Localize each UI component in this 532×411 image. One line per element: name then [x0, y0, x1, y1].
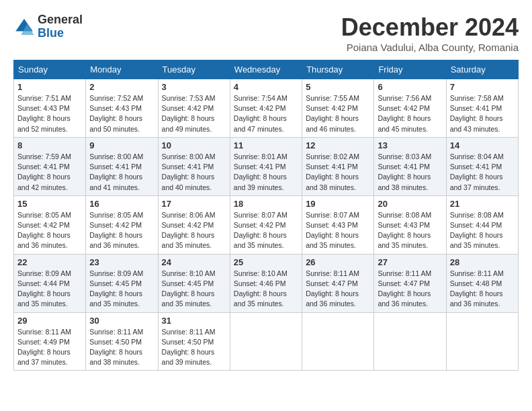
day-info: Sunrise: 8:10 AM Sunset: 4:46 PM Dayligh…: [234, 269, 298, 310]
day-cell: 13 Sunrise: 8:03 AM Sunset: 4:41 PM Dayl…: [374, 137, 446, 195]
day-number: 20: [378, 199, 442, 209]
day-info: Sunrise: 7:54 AM Sunset: 4:42 PM Dayligh…: [234, 93, 298, 134]
day-number: 10: [162, 140, 226, 150]
day-info: Sunrise: 8:03 AM Sunset: 4:41 PM Dayligh…: [378, 152, 442, 193]
day-info: Sunrise: 8:11 AM Sunset: 4:47 PM Dayligh…: [306, 269, 370, 310]
day-cell: 15 Sunrise: 8:05 AM Sunset: 4:42 PM Dayl…: [14, 195, 86, 254]
day-number: 12: [306, 140, 370, 150]
logo: General Blue: [13, 13, 83, 40]
header-monday: Monday: [86, 60, 158, 79]
day-cell: 9 Sunrise: 8:00 AM Sunset: 4:41 PM Dayli…: [86, 137, 158, 195]
header-thursday: Thursday: [302, 60, 374, 79]
day-cell: 27 Sunrise: 8:11 AM Sunset: 4:47 PM Dayl…: [374, 254, 446, 312]
day-info: Sunrise: 8:11 AM Sunset: 4:50 PM Dayligh…: [162, 327, 226, 368]
day-cell: 4 Sunrise: 7:54 AM Sunset: 4:42 PM Dayli…: [230, 79, 302, 138]
day-info: Sunrise: 8:11 AM Sunset: 4:49 PM Dayligh…: [17, 327, 82, 368]
month-title: December 2024: [341, 13, 519, 42]
day-number: 8: [17, 140, 82, 150]
header-row: Sunday Monday Tuesday Wednesday Thursday…: [14, 60, 519, 79]
day-cell: 11 Sunrise: 8:01 AM Sunset: 4:41 PM Dayl…: [230, 137, 302, 195]
day-number: 6: [378, 82, 442, 92]
day-cell: 19 Sunrise: 8:07 AM Sunset: 4:43 PM Dayl…: [302, 195, 374, 254]
day-cell: 31 Sunrise: 8:11 AM Sunset: 4:50 PM Dayl…: [158, 312, 230, 371]
day-cell: 28 Sunrise: 8:11 AM Sunset: 4:48 PM Dayl…: [446, 254, 518, 312]
day-cell: 12 Sunrise: 8:02 AM Sunset: 4:41 PM Dayl…: [302, 137, 374, 195]
day-number: 16: [89, 199, 154, 209]
day-number: 11: [234, 140, 298, 150]
day-number: 28: [450, 257, 515, 267]
day-number: 23: [89, 257, 154, 267]
day-number: 29: [17, 316, 82, 326]
day-cell: 29 Sunrise: 8:11 AM Sunset: 4:49 PM Dayl…: [14, 312, 86, 371]
header-tuesday: Tuesday: [158, 60, 230, 79]
header-sunday: Sunday: [14, 60, 86, 79]
week-row-3: 15 Sunrise: 8:05 AM Sunset: 4:42 PM Dayl…: [14, 195, 519, 254]
day-number: 17: [162, 199, 226, 209]
header-friday: Friday: [374, 60, 446, 79]
day-cell: 1 Sunrise: 7:51 AM Sunset: 4:43 PM Dayli…: [14, 79, 86, 138]
day-number: 30: [89, 316, 154, 326]
day-info: Sunrise: 7:59 AM Sunset: 4:41 PM Dayligh…: [17, 152, 82, 193]
day-cell: 3 Sunrise: 7:53 AM Sunset: 4:42 PM Dayli…: [158, 79, 230, 138]
day-cell: 26 Sunrise: 8:11 AM Sunset: 4:47 PM Dayl…: [302, 254, 374, 312]
page-container: General Blue December 2024 Poiana Vadulu…: [13, 13, 519, 371]
week-row-2: 8 Sunrise: 7:59 AM Sunset: 4:41 PM Dayli…: [14, 137, 519, 195]
day-number: 2: [89, 82, 154, 92]
day-cell: 25 Sunrise: 8:10 AM Sunset: 4:46 PM Dayl…: [230, 254, 302, 312]
day-info: Sunrise: 8:00 AM Sunset: 4:41 PM Dayligh…: [89, 152, 154, 193]
day-info: Sunrise: 8:01 AM Sunset: 4:41 PM Dayligh…: [234, 152, 298, 193]
day-info: Sunrise: 8:09 AM Sunset: 4:44 PM Dayligh…: [17, 269, 82, 310]
week-row-1: 1 Sunrise: 7:51 AM Sunset: 4:43 PM Dayli…: [14, 79, 519, 138]
day-cell: [446, 312, 518, 371]
day-cell: 22 Sunrise: 8:09 AM Sunset: 4:44 PM Dayl…: [14, 254, 86, 312]
day-info: Sunrise: 8:11 AM Sunset: 4:48 PM Dayligh…: [450, 269, 515, 310]
location-subtitle: Poiana Vadului, Alba County, Romania: [341, 42, 519, 53]
title-block: December 2024 Poiana Vadului, Alba Count…: [341, 13, 519, 53]
day-info: Sunrise: 7:51 AM Sunset: 4:43 PM Dayligh…: [17, 93, 82, 134]
header: General Blue December 2024 Poiana Vadulu…: [13, 13, 519, 53]
day-number: 4: [234, 82, 298, 92]
day-number: 26: [306, 257, 370, 267]
day-cell: 16 Sunrise: 8:05 AM Sunset: 4:42 PM Dayl…: [86, 195, 158, 254]
day-cell: 2 Sunrise: 7:52 AM Sunset: 4:43 PM Dayli…: [86, 79, 158, 138]
day-info: Sunrise: 8:02 AM Sunset: 4:41 PM Dayligh…: [306, 152, 370, 193]
day-cell: 6 Sunrise: 7:56 AM Sunset: 4:42 PM Dayli…: [374, 79, 446, 138]
day-cell: 5 Sunrise: 7:55 AM Sunset: 4:42 PM Dayli…: [302, 79, 374, 138]
header-wednesday: Wednesday: [230, 60, 302, 79]
day-cell: 7 Sunrise: 7:58 AM Sunset: 4:41 PM Dayli…: [446, 79, 518, 138]
day-info: Sunrise: 7:53 AM Sunset: 4:42 PM Dayligh…: [162, 93, 226, 134]
logo-icon: [13, 16, 35, 38]
day-info: Sunrise: 8:11 AM Sunset: 4:47 PM Dayligh…: [378, 269, 442, 310]
day-cell: 17 Sunrise: 8:06 AM Sunset: 4:42 PM Dayl…: [158, 195, 230, 254]
day-info: Sunrise: 8:05 AM Sunset: 4:42 PM Dayligh…: [89, 210, 154, 251]
day-cell: 20 Sunrise: 8:08 AM Sunset: 4:43 PM Dayl…: [374, 195, 446, 254]
day-info: Sunrise: 8:08 AM Sunset: 4:44 PM Dayligh…: [450, 210, 515, 251]
week-row-4: 22 Sunrise: 8:09 AM Sunset: 4:44 PM Dayl…: [14, 254, 519, 312]
day-number: 19: [306, 199, 370, 209]
day-number: 5: [306, 82, 370, 92]
day-info: Sunrise: 8:07 AM Sunset: 4:43 PM Dayligh…: [306, 210, 370, 251]
day-number: 7: [450, 82, 515, 92]
day-info: Sunrise: 7:58 AM Sunset: 4:41 PM Dayligh…: [450, 93, 515, 134]
day-number: 31: [162, 316, 226, 326]
day-cell: [302, 312, 374, 371]
day-number: 14: [450, 140, 515, 150]
day-number: 15: [17, 199, 82, 209]
day-number: 24: [162, 257, 226, 267]
day-cell: 24 Sunrise: 8:10 AM Sunset: 4:45 PM Dayl…: [158, 254, 230, 312]
logo-blue: Blue: [38, 27, 83, 40]
day-cell: [374, 312, 446, 371]
day-cell: 10 Sunrise: 8:00 AM Sunset: 4:41 PM Dayl…: [158, 137, 230, 195]
day-info: Sunrise: 7:52 AM Sunset: 4:43 PM Dayligh…: [89, 93, 154, 134]
logo-text: General Blue: [38, 13, 83, 40]
day-number: 9: [89, 140, 154, 150]
day-info: Sunrise: 8:04 AM Sunset: 4:41 PM Dayligh…: [450, 152, 515, 193]
day-info: Sunrise: 8:08 AM Sunset: 4:43 PM Dayligh…: [378, 210, 442, 251]
day-cell: 8 Sunrise: 7:59 AM Sunset: 4:41 PM Dayli…: [14, 137, 86, 195]
day-info: Sunrise: 7:56 AM Sunset: 4:42 PM Dayligh…: [378, 93, 442, 134]
day-info: Sunrise: 8:05 AM Sunset: 4:42 PM Dayligh…: [17, 210, 82, 251]
day-number: 13: [378, 140, 442, 150]
day-info: Sunrise: 7:55 AM Sunset: 4:42 PM Dayligh…: [306, 93, 370, 134]
week-row-5: 29 Sunrise: 8:11 AM Sunset: 4:49 PM Dayl…: [14, 312, 519, 371]
day-cell: 18 Sunrise: 8:07 AM Sunset: 4:42 PM Dayl…: [230, 195, 302, 254]
